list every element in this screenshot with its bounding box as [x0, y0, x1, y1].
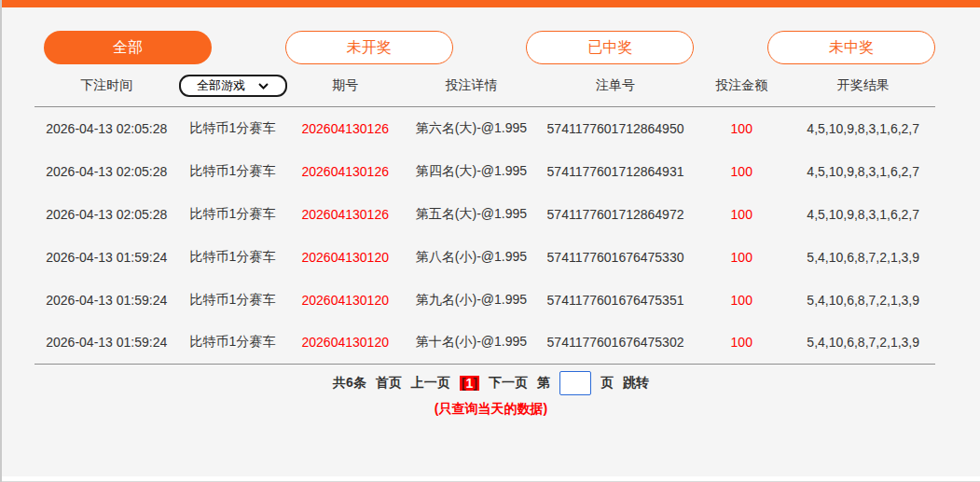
table-row: 2026-04-13 02:05:28 比特币1分赛车 202604130126… [35, 150, 935, 193]
bet-amount: 100 [692, 150, 791, 193]
bet-time: 2026-04-13 01:59:24 [35, 322, 179, 365]
header-bet-amount: 投注金额 [692, 75, 791, 107]
game-select-value: 全部游戏 [197, 77, 245, 94]
draw-result: 5,4,10,6,8,7,2,1,3,9 [791, 322, 935, 365]
draw-result: 5,4,10,6,8,7,2,1,3,9 [791, 236, 935, 279]
header-period: 期号 [286, 75, 404, 107]
bet-amount: 100 [692, 107, 791, 150]
bet-detail: 第九名(小)-@1.995 [404, 279, 539, 322]
header-order-number: 注单号 [539, 75, 692, 107]
game-name: 比特币1分赛车 [179, 193, 287, 236]
next-page-link[interactable]: 下一页 [489, 375, 528, 392]
order-number: 5741177601712864931 [539, 150, 692, 193]
prev-page-link[interactable]: 上一页 [411, 375, 450, 392]
order-number: 5741177601676475351 [539, 279, 692, 322]
game-name: 比特币1分赛车 [179, 322, 287, 365]
table-row: 2026-04-13 01:59:24 比特币1分赛车 202604130120… [35, 236, 935, 279]
first-page-link[interactable]: 首页 [376, 375, 402, 392]
draw-result: 4,5,10,9,8,3,1,6,2,7 [791, 107, 935, 150]
bet-amount: 100 [692, 236, 791, 279]
filter-button-row: 全部 未开奖 已中奖 未中奖 [2, 31, 980, 64]
bet-time: 2026-04-13 02:05:28 [35, 150, 179, 193]
bet-detail: 第六名(大)-@1.995 [404, 107, 539, 150]
period-number: 202604130120 [286, 322, 404, 365]
jump-prefix-label: 第 [537, 375, 550, 392]
bet-amount: 100 [692, 193, 791, 236]
order-number: 5741177601712864972 [539, 193, 692, 236]
current-page-bracket-right: ] [473, 376, 477, 391]
draw-result: 4,5,10,9,8,3,1,6,2,7 [791, 150, 935, 193]
today-only-note: (只查询当天的数据) [2, 401, 980, 418]
game-name: 比特币1分赛车 [179, 279, 287, 322]
bet-amount: 100 [692, 279, 791, 322]
bottom-strip [2, 476, 980, 482]
bet-detail: 第八名(小)-@1.995 [404, 236, 539, 279]
period-number: 202604130126 [286, 150, 404, 193]
period-number: 202604130120 [286, 279, 404, 322]
period-number: 202604130126 [286, 107, 404, 150]
page-jump-input[interactable] [559, 371, 591, 395]
game-select-dropdown[interactable]: 全部游戏 [179, 75, 287, 97]
filter-not-won-button[interactable]: 未中奖 [767, 31, 935, 64]
header-bet-time: 下注时间 [35, 75, 179, 107]
filter-won-button[interactable]: 已中奖 [526, 31, 694, 64]
header-bet-detail: 投注详情 [404, 75, 539, 107]
filter-all-button[interactable]: 全部 [44, 31, 212, 64]
table-row: 2026-04-13 01:59:24 比特币1分赛车 202604130120… [35, 279, 935, 322]
pagination-bar: 共6条 首页 上一页 [1] 下一页 第 页 跳转 [2, 371, 980, 395]
total-count-label: 共6条 [333, 375, 366, 392]
bet-amount: 100 [692, 322, 791, 365]
table-row: 2026-04-13 01:59:24 比特币1分赛车 202604130120… [35, 322, 935, 365]
order-number: 5741177601676475330 [539, 236, 692, 279]
jump-suffix-label: 页 [600, 375, 614, 392]
order-number: 5741177601712864950 [539, 107, 692, 150]
table-row: 2026-04-13 02:05:28 比特币1分赛车 202604130126… [35, 193, 935, 236]
bet-time: 2026-04-13 02:05:28 [35, 193, 179, 236]
game-name: 比特币1分赛车 [179, 236, 287, 279]
draw-result: 5,4,10,6,8,7,2,1,3,9 [791, 279, 935, 322]
game-name: 比特币1分赛车 [179, 107, 287, 150]
bet-detail: 第五名(大)-@1.995 [404, 193, 539, 236]
table-header-row: 下注时间 全部游戏 期号 投注详情 注单号 投注金额 开奖结果 [35, 75, 935, 107]
order-number: 5741177601676475302 [539, 322, 692, 365]
bet-time: 2026-04-13 02:05:28 [35, 107, 179, 150]
header-game-select-cell: 全部游戏 [179, 75, 287, 107]
header-draw-result: 开奖结果 [791, 75, 935, 107]
top-accent-bar [2, 0, 980, 7]
jump-button[interactable]: 跳转 [623, 375, 649, 392]
period-number: 202604130126 [286, 193, 404, 236]
bet-time: 2026-04-13 01:59:24 [35, 236, 179, 279]
bet-detail: 第四名(大)-@1.995 [404, 150, 539, 193]
current-page-badge: [1] [460, 376, 479, 391]
bet-records-page: 全部 未开奖 已中奖 未中奖 下注时间 全部游戏 期号 [0, 0, 980, 482]
draw-result: 4,5,10,9,8,3,1,6,2,7 [791, 193, 935, 236]
table-row: 2026-04-13 02:05:28 比特币1分赛车 202604130126… [35, 107, 935, 150]
game-name: 比特币1分赛车 [179, 150, 287, 193]
filter-not-drawn-button[interactable]: 未开奖 [285, 31, 453, 64]
chevron-down-icon [258, 83, 269, 90]
bet-detail: 第十名(小)-@1.995 [404, 322, 539, 365]
bet-time: 2026-04-13 01:59:24 [35, 279, 179, 322]
bet-records-table: 下注时间 全部游戏 期号 投注详情 注单号 投注金额 开奖结果 202 [35, 75, 935, 365]
period-number: 202604130120 [286, 236, 404, 279]
